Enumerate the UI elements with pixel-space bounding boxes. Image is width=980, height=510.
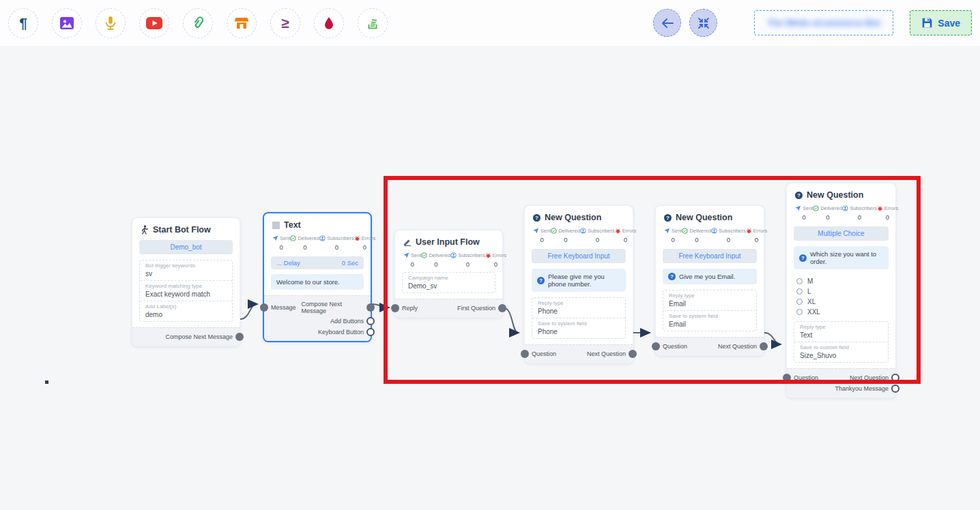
sent-plane-icon [664,228,670,234]
port-thankyou-message[interactable] [891,385,899,393]
subscribers-icon [842,205,848,211]
question-preview[interactable]: ? Please give me you phone number. [532,269,626,292]
user-input-icon [403,238,412,246]
question-type-pill[interactable]: Free Keyboard Input [532,249,626,263]
radio-icon[interactable] [796,288,803,295]
port-question-input[interactable] [783,374,791,382]
user-input-fields: Campaign name Demo_sv [402,272,495,293]
node-title: User Input Flow [416,237,480,247]
port-next-question[interactable] [760,342,768,350]
port-question-input[interactable] [652,342,660,350]
field-row[interactable]: Reply type Email [663,290,756,310]
question-fields: Reply type Phone Save to system field Ph… [532,297,626,339]
port-first-question[interactable] [498,304,506,312]
field-row[interactable]: Save to custom field Size_Shuvo [794,342,888,362]
sent-plane-icon [795,205,801,211]
stats-row: Sent0 Delivered0 Subscribers0 Errors0 [794,204,889,225]
field-row[interactable]: Reply type Text [794,322,888,342]
subscribers-icon [711,228,717,234]
field-row[interactable]: Campaign name Demo_sv [403,273,495,292]
delivered-check-icon [290,235,296,241]
save-button[interactable]: Save [910,10,972,35]
port-message-input[interactable] [260,303,268,312]
flow-name-blurred-text: The White eCommerce Bot [768,18,880,28]
stack-icon [365,16,380,31]
question-preview[interactable]: ? Give me you Email. [663,269,757,284]
sent-plane-icon [403,252,409,258]
node-start-bot-flow[interactable]: Start Bot Flow Demo_bot Bot trigger keyw… [132,217,240,346]
youtube-icon [145,16,163,30]
choice-option[interactable]: XL [796,297,886,307]
field-row[interactable]: Save to system field Email [663,310,756,331]
errors-bug-icon [877,205,883,211]
field-row[interactable]: Add Label(s) demo [140,301,232,321]
node-title: Start Bot Flow [153,225,211,235]
radio-icon[interactable] [796,299,803,305]
node-text[interactable]: Text Sent0 Delivered0 Subscribers0 Error… [263,212,372,342]
port-compose-next-message[interactable] [235,333,244,341]
node-new-question-1[interactable]: ? New Question Sent0 Delivered0 Subscrib… [524,205,633,363]
subscribers-icon [580,228,586,234]
question-type-pill[interactable]: Free Keyboard Input [663,249,757,263]
question-icon: ? [799,254,807,262]
field-row[interactable]: Save to system field Phone [532,318,625,338]
choice-option[interactable]: L [796,286,886,297]
delay-label: ... Delay [276,259,300,267]
subscribers-icon [319,235,326,241]
radio-icon[interactable] [796,278,803,284]
question-preview[interactable]: ? Which size you want to order. [794,246,889,269]
port-add-buttons[interactable] [366,317,375,325]
flow-name-field[interactable]: The White eCommerce Bot [754,10,893,35]
delay-bar[interactable]: ... Delay 0 Sec [271,256,364,269]
back-button[interactable] [653,9,681,37]
port-reply-input[interactable] [391,304,399,312]
choice-option[interactable]: M [796,276,886,286]
port-keyboard-button[interactable] [366,328,375,336]
stack-component-button[interactable] [358,8,388,38]
bot-name-pill[interactable]: Demo_bot [139,240,233,254]
fit-screen-button[interactable] [689,9,717,37]
field-row[interactable]: Keyword matching type Exact keyword matc… [140,280,232,301]
errors-count: 0 [354,243,375,251]
condition-component-button[interactable]: ≥ [270,8,300,38]
component-toolbar: ¶ [8,8,388,38]
question-icon: ? [664,214,672,222]
radio-icon[interactable] [796,309,803,315]
output-label: Compose Next Message [302,301,364,314]
text-component-button[interactable]: ¶ [8,8,38,38]
file-component-button[interactable] [183,8,213,38]
delivered-check-icon [813,205,819,211]
audio-component-button[interactable] [96,8,126,38]
drip-component-button[interactable] [314,8,344,38]
node-new-question-3[interactable]: ? New Question Sent0 Delivered0 Subscrib… [786,183,896,398]
subscribers-count: 0 [319,243,354,251]
top-toolbar: ¶ [0,0,980,46]
canvas-speck [45,380,48,384]
port-next-question[interactable] [891,374,899,382]
image-component-button[interactable] [52,8,82,38]
video-component-button[interactable] [139,8,169,38]
question-icon: ? [795,192,803,199]
field-row[interactable]: Bot trigger keywords sv [140,260,232,280]
node-title: New Question [676,213,732,222]
question-type-pill[interactable]: Multiple Choice [794,226,889,241]
sent-plane-icon [272,235,278,241]
question-icon: ? [668,273,676,280]
message-preview[interactable]: Welcome to our store. [271,274,364,290]
node-new-question-2[interactable]: ? New Question Sent0 Delivered0 Subscrib… [655,205,764,356]
port-compose-next-message[interactable] [366,303,375,312]
delay-value: 0 Sec [342,259,358,267]
stats-row: Sent0 Delivered0 Subscribers0 Errors0 [402,251,495,272]
output-label: First Question [457,305,495,312]
field-row[interactable]: Reply type Phone [532,298,625,318]
port-question-input[interactable] [521,350,529,358]
errors-bug-icon [354,235,360,241]
choice-option[interactable]: XXL [796,307,886,317]
port-next-question[interactable] [629,350,637,358]
errors-bug-icon [615,228,621,234]
node-user-input-flow[interactable]: User Input Flow Sent0 Delivered0 Subscri… [394,230,503,318]
image-icon [59,15,75,31]
choice-options: M L XL XXL [794,275,889,321]
subscribers-icon [450,252,457,258]
store-component-button[interactable] [227,8,257,38]
